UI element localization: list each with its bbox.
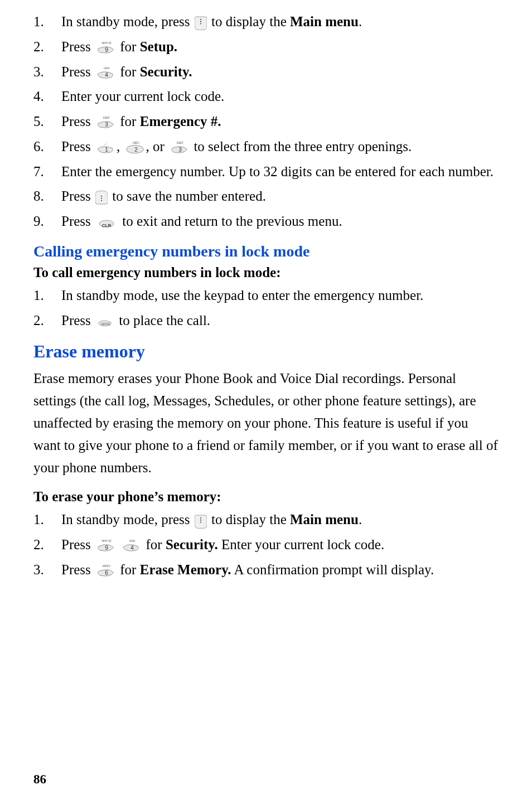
svg-text:CLR: CLR <box>102 223 112 228</box>
text: In standby mode, press <box>61 14 190 29</box>
svg-text:4: 4 <box>131 545 134 551</box>
text: for <box>117 114 140 129</box>
text: to display the <box>211 512 290 527</box>
step-a2: Press 9WXYZ for Setup. <box>33 36 499 58</box>
text: to exit and return to the previous menu. <box>122 214 342 229</box>
key6-icon: 6MNO <box>95 564 115 578</box>
subheading-erase-memory: To erase your phone’s memory: <box>33 489 499 505</box>
svg-text:GHI: GHI <box>129 539 136 543</box>
text: Press <box>61 64 94 79</box>
step-a8: Press to save the number entered. <box>33 186 499 207</box>
text-bold: Security. <box>166 537 218 552</box>
key3-icon: 3DEF <box>169 141 189 155</box>
key3-icon: 3DEF <box>95 115 115 130</box>
svg-text:WXYZ: WXYZ <box>101 539 112 543</box>
steps-list-c: In standby mode, press to display the Ma… <box>33 509 499 580</box>
svg-text:.-': .-' <box>104 142 107 146</box>
text: . <box>359 14 362 29</box>
step-a3: Press 4GHI for Security. <box>33 61 499 83</box>
paragraph-erase-memory: Erase memory erases your Phone Book and … <box>33 367 499 479</box>
subheading-call-emergency: To call emergency numbers in lock mode: <box>33 265 499 280</box>
text: for <box>146 537 166 552</box>
key9-icon: 9WXYZ <box>95 539 115 553</box>
text: , or <box>146 139 168 154</box>
text: to place the call. <box>119 313 210 328</box>
step-c2: Press 9WXYZ 4GHI for Security. Enter you… <box>33 534 499 556</box>
svg-text:3: 3 <box>105 122 108 128</box>
text-bold: Erase Memory. <box>140 562 231 577</box>
step-a9: Press CLR to exit and return to the prev… <box>33 211 499 233</box>
svg-text:2: 2 <box>134 147 138 153</box>
step-c1: In standby mode, press to display the Ma… <box>33 509 499 531</box>
step-b2: Press SEND to place the call. <box>33 310 499 332</box>
step-a6: Press 1.-', 2ABC, or 3DEF to select from… <box>33 136 499 158</box>
svg-text:9: 9 <box>105 47 108 53</box>
text: for <box>120 562 139 577</box>
svg-text:9: 9 <box>105 545 108 551</box>
text: Enter your current lock code. <box>218 537 385 552</box>
step-a5: Press 3DEF for Emergency #. <box>33 111 499 133</box>
key9-icon: 9WXYZ <box>95 41 115 55</box>
text: Enter the emergency number. Up to 32 dig… <box>61 164 494 179</box>
text: In standby mode, press <box>61 512 190 527</box>
text: . <box>359 512 362 527</box>
text: Enter your current lock code. <box>61 89 224 104</box>
key1-icon: 1.-' <box>95 141 115 155</box>
step-a1: In standby mode, press to display the Ma… <box>33 11 499 33</box>
svg-text:DEF: DEF <box>177 141 183 144</box>
svg-text:3: 3 <box>178 147 182 153</box>
svg-text:4: 4 <box>105 72 108 78</box>
text: to display the <box>211 14 290 29</box>
text: for <box>117 64 140 79</box>
text: Press <box>61 313 94 328</box>
heading-erase-memory: Erase memory <box>33 341 499 362</box>
text-bold: Main menu <box>290 14 359 29</box>
heading-calling-emergency: Calling emergency numbers in lock mode <box>33 243 499 260</box>
step-a4: Enter your current lock code. <box>33 86 499 108</box>
save-key-icon <box>95 191 108 205</box>
menu-key-icon <box>195 16 207 30</box>
text: In standby mode, use the keypad to enter… <box>61 288 423 303</box>
svg-text:WXYZ: WXYZ <box>101 41 112 45</box>
svg-text:GHI: GHI <box>104 66 110 70</box>
svg-text:1: 1 <box>105 147 108 153</box>
text-bold: Setup. <box>140 39 177 54</box>
steps-list-a: In standby mode, press to display the Ma… <box>33 11 499 233</box>
text-bold: Main menu <box>290 512 359 527</box>
svg-text:ABC: ABC <box>132 141 139 144</box>
svg-text:DEF: DEF <box>103 116 110 119</box>
clr-key-icon: CLR <box>95 217 118 228</box>
step-b1: In standby mode, use the keypad to enter… <box>33 285 499 307</box>
text: to select from the three entry openings. <box>190 139 412 154</box>
text: Press <box>61 139 94 154</box>
step-a7: Enter the emergency number. Up to 32 dig… <box>33 161 499 183</box>
svg-text:SEND: SEND <box>101 322 110 326</box>
text: Press <box>61 214 94 229</box>
key4-icon: 4GHI <box>95 66 115 80</box>
send-key-icon: SEND <box>95 316 114 327</box>
text-bold: Emergency #. <box>140 114 221 129</box>
text: Press <box>61 39 94 54</box>
text: Press <box>61 537 94 552</box>
text: Press <box>61 562 94 577</box>
svg-text:MNO: MNO <box>103 564 110 568</box>
text-bold: Security. <box>140 64 192 79</box>
svg-text:6: 6 <box>105 570 108 576</box>
steps-list-b: In standby mode, use the keypad to enter… <box>33 285 499 332</box>
key2-icon: 2ABC <box>125 141 145 155</box>
text: to save the number entered. <box>112 188 266 204</box>
menu-key-icon <box>195 514 207 529</box>
page-number: 86 <box>33 772 46 787</box>
key4-icon: 4GHI <box>121 539 141 553</box>
text: , <box>117 139 124 154</box>
text: A confirmation prompt will display. <box>231 562 434 577</box>
text: Press <box>61 114 94 129</box>
text: for <box>120 39 139 54</box>
text: Press <box>61 188 94 204</box>
step-c3: Press 6MNO for Erase Memory. A confirmat… <box>33 559 499 581</box>
